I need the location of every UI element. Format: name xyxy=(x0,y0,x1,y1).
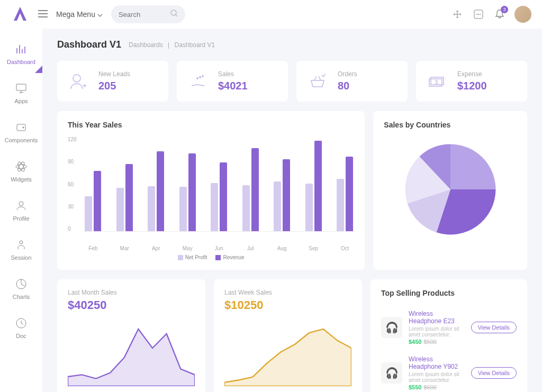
svg-point-11 xyxy=(19,202,23,206)
stat-value: 205 xyxy=(98,80,130,92)
svg-point-0 xyxy=(171,10,176,15)
bar-revenue[interactable] xyxy=(314,141,322,231)
bar-group xyxy=(273,159,291,232)
logo[interactable] xyxy=(11,5,30,24)
bar-net[interactable] xyxy=(242,185,250,231)
chevron-down-icon xyxy=(97,10,103,19)
stat-card: Orders80 xyxy=(296,61,408,102)
bar-revenue[interactable] xyxy=(188,153,196,231)
bar-chart-title: This Year Sales xyxy=(68,121,354,129)
fullscreen-icon[interactable] xyxy=(451,8,464,21)
page-title: Dashboard V1 xyxy=(57,39,121,50)
sidebar-item-label: Session xyxy=(11,254,31,261)
bar-revenue[interactable] xyxy=(125,164,133,232)
wallet-icon xyxy=(14,120,29,135)
avatar[interactable] xyxy=(514,6,531,23)
legend-item[interactable]: Net Profit xyxy=(178,254,207,260)
search-box[interactable] xyxy=(111,5,185,23)
sidebar: Dashboard Apps Components Widgets Profil… xyxy=(0,29,42,392)
svg-point-12 xyxy=(20,241,23,244)
product-old-price: $600 xyxy=(423,384,436,390)
money-hand-icon xyxy=(187,71,209,92)
sidebar-item-doc[interactable]: Doc xyxy=(0,308,42,347)
pie-slice[interactable] xyxy=(450,144,496,190)
product-row: 🎧Wireless Headphone E23Lorem ipsum dolor… xyxy=(381,305,517,350)
stat-label: Orders xyxy=(338,70,357,78)
svg-rect-6 xyxy=(17,124,25,131)
svg-point-4 xyxy=(480,14,481,15)
bar-revenue[interactable] xyxy=(283,159,290,232)
bar-revenue[interactable] xyxy=(94,171,101,231)
hamburger-icon[interactable] xyxy=(38,9,48,20)
sidebar-item-label: Apps xyxy=(14,98,28,104)
bar-net[interactable] xyxy=(211,183,218,232)
product-row: 🎧Wireless Headphone Y902Lorem ipsum dolo… xyxy=(381,350,517,392)
svg-text:$: $ xyxy=(435,79,438,85)
sidebar-item-label: Doc xyxy=(16,333,26,339)
clock-icon xyxy=(14,316,29,331)
product-old-price: $500 xyxy=(423,339,436,345)
bar-group xyxy=(115,164,133,232)
svg-point-15 xyxy=(73,75,80,82)
stat-label: Sales xyxy=(218,70,248,78)
bar-group xyxy=(210,162,228,232)
sidebar-item-components[interactable]: Components xyxy=(0,112,42,151)
bar-revenue[interactable] xyxy=(251,148,259,232)
bar-net[interactable] xyxy=(85,196,92,231)
apps-icon[interactable] xyxy=(472,8,485,21)
bar-net[interactable] xyxy=(116,188,124,232)
svg-point-7 xyxy=(23,127,24,129)
product-name[interactable]: Wireless Headphone E23 xyxy=(409,310,465,325)
bar-net[interactable] xyxy=(305,184,313,231)
view-details-button[interactable]: View Details xyxy=(471,322,517,333)
stat-value: $1200 xyxy=(457,80,487,92)
bar-net[interactable] xyxy=(337,179,344,231)
last-month-card: Last Month Sales $40250 xyxy=(57,279,205,392)
bar-revenue[interactable] xyxy=(346,157,353,231)
area-path xyxy=(68,329,195,386)
bar-net[interactable] xyxy=(274,181,281,232)
stat-value: 80 xyxy=(338,80,357,92)
legend-item[interactable]: Revenue xyxy=(215,254,244,260)
atom-icon xyxy=(14,159,29,174)
bar-net[interactable] xyxy=(148,186,155,232)
product-price: $550 xyxy=(409,384,421,390)
sidebar-item-profile[interactable]: Profile xyxy=(0,190,42,230)
stat-label: Expense xyxy=(457,70,487,78)
chart-icon xyxy=(14,42,29,57)
sidebar-item-charts[interactable]: Charts xyxy=(0,269,42,308)
view-details-button[interactable]: View Details xyxy=(471,367,517,379)
svg-point-2 xyxy=(476,14,477,15)
mega-menu-dropdown[interactable]: Mega Menu xyxy=(56,10,103,19)
stat-value: $4021 xyxy=(218,80,248,92)
product-price: $450 xyxy=(409,339,421,345)
product-thumb: 🎧 xyxy=(381,317,402,338)
bar-group xyxy=(241,148,259,232)
breadcrumb: Dashboards | Dashboard V1 xyxy=(129,41,215,49)
sidebar-item-widgets[interactable]: Widgets xyxy=(0,151,42,190)
product-desc: Lorem ipsum dolor sit amet consectetur. xyxy=(409,326,465,338)
mini-value: $10250 xyxy=(224,298,351,312)
product-name[interactable]: Wireless Headphone Y902 xyxy=(409,355,465,370)
sidebar-item-session[interactable]: Session xyxy=(0,230,42,269)
basket-icon xyxy=(307,71,328,92)
sidebar-item-label: Profile xyxy=(13,215,29,222)
bar-revenue[interactable] xyxy=(157,151,164,232)
bell-icon[interactable]: 3 xyxy=(493,8,506,21)
bar-revenue[interactable] xyxy=(220,162,227,232)
bar-net[interactable] xyxy=(179,187,187,231)
sidebar-item-label: Dashboard xyxy=(7,59,35,65)
person-plus-icon xyxy=(68,71,89,92)
sidebar-item-dashboard[interactable]: Dashboard xyxy=(0,34,42,73)
bar-group xyxy=(84,171,102,231)
cash-icon: $ xyxy=(427,71,448,92)
product-desc: Lorem ipsum dolor sit amet consectetur. xyxy=(409,371,465,383)
pie-chart-title: Sales by Countries xyxy=(384,121,517,129)
mini-label: Last Month Sales xyxy=(68,289,195,296)
stat-card: New Leads205 xyxy=(57,61,168,102)
stat-label: New Leads xyxy=(98,70,130,78)
sidebar-item-apps[interactable]: Apps xyxy=(0,73,42,112)
user-icon xyxy=(14,198,29,213)
search-input[interactable] xyxy=(119,11,170,19)
bar-chart-card: This Year Sales 1209060300 FebMarAprMayJ… xyxy=(57,111,365,270)
